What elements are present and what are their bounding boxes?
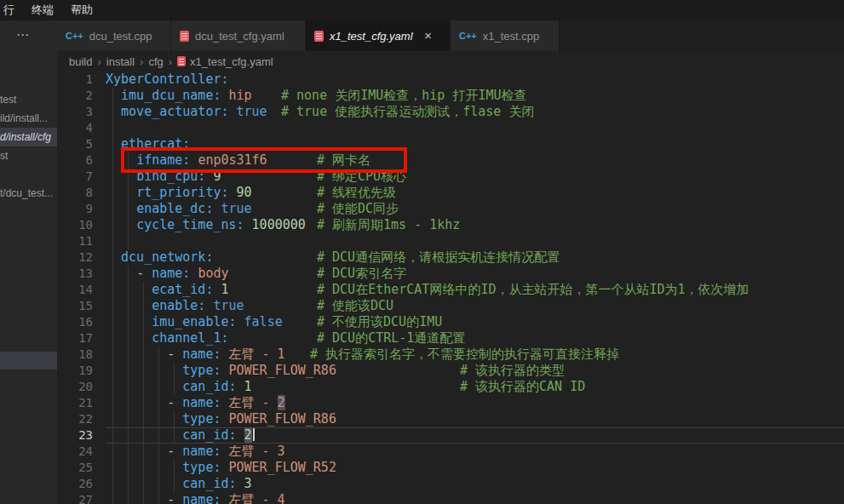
more-actions-icon[interactable]: ⋯ [0, 27, 46, 43]
close-icon[interactable]: × [422, 30, 435, 42]
code-line[interactable]: 17 channel_1:# DCU的CTRL-1通道配置 [57, 330, 844, 346]
tab-x1_test_cfg.yaml[interactable]: x1_test_cfg.yaml× [306, 20, 451, 51]
indent-guide [158, 379, 159, 395]
code-line[interactable]: 24 - name: 左臂 - 3 [57, 444, 844, 460]
code-line[interactable]: 25 type: POWER_FLOW_R52 [57, 460, 844, 476]
code-line[interactable]: 16 imu_enable: false# 不使用该DCU的IMU [57, 314, 844, 330]
code-token [221, 395, 228, 410]
line-number: 15 [57, 298, 106, 314]
code-token [106, 152, 136, 168]
code-line[interactable]: 27 - name: 左臂 - 4 [57, 492, 844, 504]
comment: # 不使用该DCU的IMU [317, 314, 442, 330]
indent-guide [158, 346, 159, 363]
tab-dcu_test.cpp[interactable]: C++dcu_test.cpp [57, 20, 171, 51]
indent-guide [112, 282, 113, 298]
tab-dcu_test_cfg.yaml[interactable]: dcu_test_cfg.yaml [171, 20, 306, 51]
sidebar-item[interactable]: ild/install... [0, 109, 57, 128]
code-line[interactable]: 1XyberController: [57, 72, 844, 88]
indent-guide [112, 249, 113, 266]
line-number: 2 [57, 88, 106, 104]
breadcrumb-item-install[interactable]: install [106, 55, 135, 68]
code-line[interactable]: 9 enable_dc: true# 使能DC同步 [57, 201, 844, 217]
code-line[interactable]: 26 can_id: 3 [57, 476, 844, 492]
code-line[interactable]: 6 ifname: enp0s31f6# 网卡名 [57, 152, 844, 169]
code-token: channel_1: [152, 330, 228, 346]
code-token: 9 [213, 169, 221, 184]
sidebar-item[interactable]: st [0, 146, 57, 165]
line-number: 21 [57, 395, 106, 411]
menu-item-终端[interactable]: 终端 [23, 0, 62, 20]
line-number: 17 [57, 330, 106, 346]
line-content: dcu_network:# DCU通信网络，请根据实机连接情况配置 [106, 249, 844, 266]
indent-guide [112, 476, 113, 492]
indent-guide [128, 330, 129, 346]
indent-guide [112, 427, 113, 444]
indent-guide [128, 492, 129, 504]
code-line[interactable]: 10 cycle_time_ns: 1000000# 刷新周期1ms - 1kh… [57, 217, 844, 233]
line-number: 18 [57, 346, 106, 363]
comment: # DCU的CTRL-1通道配置 [317, 330, 465, 346]
indent-guide [112, 88, 113, 104]
code-line[interactable]: 18 - name: 左臂 - 1# 执行器索引名字，不需要控制的执行器可直接注… [57, 346, 844, 363]
code-line[interactable]: 8 rt_priority: 90# 线程优先级 [57, 185, 844, 201]
indent-guide [128, 266, 129, 282]
sidebar-selected-strip[interactable] [0, 352, 57, 369]
code-line[interactable]: 4 [57, 120, 844, 136]
code-line[interactable]: 14 ecat_id: 1# DCU在EtherCAT网络中的ID，从主站开始，… [57, 282, 844, 298]
code-token [229, 104, 237, 119]
code-line[interactable]: 13 - name: body# DCU索引名字 [57, 266, 844, 282]
line-content: imu_dcu_name: hip# none 关闭IMU检查，hip 打开IM… [106, 88, 844, 104]
indent-guide [158, 411, 159, 427]
sidebar-item[interactable]: t/dcu_test... [0, 184, 57, 203]
breadcrumb-file[interactable]: x1_test_cfg.yaml [190, 55, 273, 68]
sidebar-item[interactable]: test [0, 90, 57, 109]
code-token: false [244, 314, 283, 329]
code-line[interactable]: 12 dcu_network:# DCU通信网络，请根据实机连接情况配置 [57, 249, 844, 266]
menu-item-帮助[interactable]: 帮助 [62, 0, 101, 20]
indent-guide [174, 460, 175, 476]
code-token: name: [182, 346, 221, 362]
code-token: 左臂 - 3 [229, 444, 285, 459]
code-line[interactable]: 3 move_actuator: true# true 使能执行器运动测试，fl… [57, 104, 844, 120]
line-content: can_id: 2 [106, 427, 844, 444]
breadcrumb-item-cfg[interactable]: cfg [148, 55, 163, 68]
line-content: ifname: enp0s31f6# 网卡名 [106, 152, 844, 169]
line-content: - name: 左臂 - 2 [106, 395, 844, 411]
line-content: ecat_id: 1# DCU在EtherCAT网络中的ID，从主站开始，第一个… [106, 282, 844, 298]
code-line[interactable]: 5 ethercat: [57, 136, 844, 152]
code-line[interactable]: 11 [57, 233, 844, 249]
code-line[interactable]: 23 can_id: 2 [57, 427, 844, 444]
code-token: 左臂 - 4 [229, 492, 285, 504]
code-token [106, 185, 136, 200]
code-line[interactable]: 15 enable: true# 使能该DCU [57, 298, 844, 314]
breadcrumb-item-build[interactable]: build [69, 55, 92, 68]
tab-label: x1_test.cpp [483, 30, 540, 43]
code-token [229, 185, 237, 200]
indent-guide [174, 363, 175, 379]
indent-guide [112, 411, 113, 427]
code-token: true [213, 298, 244, 313]
comment: # 网卡名 [317, 152, 370, 169]
indent-guide [174, 476, 175, 492]
comment: # 刷新周期1ms - 1khz [317, 217, 460, 233]
code-line[interactable]: 21 - name: 左臂 - 2 [57, 395, 844, 411]
tab-x1_test.cpp[interactable]: C++x1_test.cpp [451, 20, 560, 51]
code-token: dcu_network: [121, 249, 213, 265]
comment: # 该执行器的CAN ID [460, 379, 585, 395]
code-token: name: [152, 266, 190, 281]
code-line[interactable]: 7 bind_cpu: 9# 绑定CPU核心 [57, 169, 844, 185]
code-line[interactable]: 20 can_id: 1# 该执行器的CAN ID [57, 379, 844, 395]
line-content: imu_enable: false# 不使用该DCU的IMU [106, 314, 844, 330]
code-editor[interactable]: 1XyberController:2 imu_dcu_name: hip# no… [57, 72, 844, 504]
tab-label: dcu_test.cpp [89, 30, 152, 43]
sidebar-item[interactable]: d/install/cfg [0, 128, 57, 146]
indent-guide [158, 492, 159, 504]
menu-item-行[interactable]: 行 [2, 0, 23, 20]
line-content: bind_cpu: 9# 绑定CPU核心 [106, 169, 844, 185]
indent-guide [143, 427, 144, 444]
code-line[interactable]: 2 imu_dcu_name: hip# none 关闭IMU检查，hip 打开… [57, 88, 844, 104]
code-line[interactable]: 19 type: POWER_FLOW_R86# 该执行器的类型 [57, 363, 844, 379]
line-number: 24 [57, 444, 106, 460]
code-line[interactable]: 22 type: POWER_FLOW_R86 [57, 411, 844, 427]
indent-guide [158, 476, 159, 492]
